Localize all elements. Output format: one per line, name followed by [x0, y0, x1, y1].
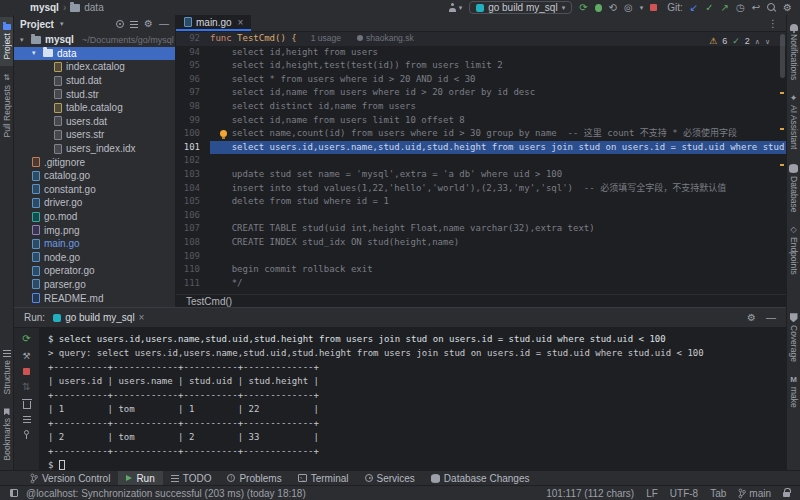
- stop-button[interactable]: [650, 4, 657, 11]
- author-hint[interactable]: shaokang.sk: [357, 33, 414, 43]
- inspections-widget[interactable]: ⚠6 ✓2 ∧ ∨: [709, 35, 770, 49]
- run-with-coverage-button[interactable]: ◎: [624, 3, 633, 13]
- tree-item-node-go[interactable]: node.go: [14, 251, 175, 265]
- close-run-tab-icon[interactable]: ×: [139, 312, 145, 323]
- toolwindow-todo-button[interactable]: TODO: [163, 471, 220, 485]
- tree-item-stud-str[interactable]: stud.str: [14, 87, 175, 101]
- stop-process-icon[interactable]: [23, 368, 30, 375]
- toolwindow-project-button[interactable]: Project: [0, 17, 13, 66]
- sort-icon[interactable]: ⇅: [22, 382, 30, 392]
- locate-file-icon[interactable]: [116, 20, 124, 28]
- tree-item-main-go[interactable]: main.go: [14, 237, 175, 251]
- pin-tab-icon[interactable]: [24, 430, 29, 435]
- gitignore-file-icon: [32, 157, 40, 167]
- go-file-icon: [32, 198, 40, 208]
- toolwindow-make-button[interactable]: Mmake: [787, 369, 800, 468]
- hide-panel-icon[interactable]: —: [159, 19, 169, 29]
- history-button[interactable]: ◷: [736, 3, 745, 13]
- toolwindow-database-changes-button[interactable]: Database Changes: [423, 471, 538, 485]
- warning-stripe-mark[interactable]: [780, 92, 784, 94]
- tree-item-index-catalog[interactable]: index.catalog: [14, 60, 175, 74]
- search-everywhere-button[interactable]: [767, 3, 776, 12]
- toolwindow-services-button[interactable]: Services: [357, 471, 423, 485]
- toolwindow-pull-requests-button[interactable]: ⇅Pull Requests: [0, 66, 13, 144]
- git-branch-widget[interactable]: main: [738, 488, 771, 499]
- tree-item-catalog-go[interactable]: catalog.go: [14, 169, 175, 183]
- editor-tab-main-go[interactable]: main.go ×: [176, 15, 251, 31]
- tree-item-users-dat[interactable]: users.dat: [14, 115, 175, 129]
- tree-item-stud-dat[interactable]: stud.dat: [14, 74, 175, 88]
- encoding-indicator[interactable]: UTF-8: [670, 488, 698, 499]
- editor-scrollbar-thumb[interactable]: [780, 34, 785, 78]
- close-tab-icon[interactable]: ×: [238, 17, 244, 28]
- tree-item-root-mysql[interactable]: ▾mysql~/Documents/go/mysql: [14, 33, 175, 47]
- window-project-name[interactable]: mysql: [30, 2, 59, 13]
- push-button[interactable]: ↗: [721, 3, 729, 13]
- next-problem-icon[interactable]: ∨: [765, 35, 770, 49]
- tree-item-operator-go[interactable]: operator.go: [14, 264, 175, 278]
- console-line: +----------+------------+----------+----…: [48, 388, 786, 402]
- project-panel-title[interactable]: Project: [20, 19, 54, 30]
- toolwindow-run-button[interactable]: Run: [118, 471, 162, 485]
- warning-stripe-mark[interactable]: [780, 128, 784, 130]
- rerun-button[interactable]: ⟳: [579, 3, 587, 13]
- user-profile-button[interactable]: ▾: [448, 3, 463, 12]
- breadcrumb-folder[interactable]: data: [84, 2, 103, 13]
- indent-indicator[interactable]: Tab: [710, 488, 726, 499]
- rollback-button[interactable]: ↩: [752, 3, 760, 13]
- toolwindow-structure-button[interactable]: Structure: [0, 343, 13, 402]
- hide-run-panel-icon[interactable]: —: [766, 313, 776, 323]
- tree-item-parser-go[interactable]: parser.go: [14, 278, 175, 292]
- more-run-options-chevron[interactable]: ▾: [640, 4, 644, 12]
- prev-problem-icon[interactable]: ∧: [755, 35, 760, 49]
- panel-options-icon[interactable]: ⚙: [144, 19, 153, 29]
- run-console[interactable]: $ select users.id,users.name,stud.uid,st…: [40, 328, 786, 470]
- toolwindow-label: Coverage: [789, 325, 799, 362]
- tree-item-go-mod[interactable]: go.mod: [14, 210, 175, 224]
- toolwindow-coverage-button[interactable]: Coverage: [787, 306, 800, 369]
- clear-console-icon[interactable]: [23, 401, 31, 409]
- run-tab[interactable]: go build my_sql ×: [53, 312, 144, 323]
- commit-button[interactable]: ✓: [705, 3, 713, 13]
- toolwindow-notifications-button[interactable]: Notifications: [787, 17, 800, 87]
- tree-item-driver-go[interactable]: driver.go: [14, 196, 175, 210]
- breadcrumb-function[interactable]: TestCmd(): [186, 296, 232, 307]
- run-config-selector[interactable]: go build my_sql ▾: [469, 1, 572, 14]
- expand-all-icon[interactable]: [130, 21, 138, 28]
- tab-options-icon[interactable]: ⋮: [768, 18, 786, 29]
- toolwindow-endpoints-button[interactable]: ◇Endpoints: [787, 219, 800, 282]
- code-editor[interactable]: 92 func TestCmd() {1 usageshaokang.sk 94…: [176, 32, 786, 294]
- tree-item-constant-go[interactable]: constant.go: [14, 183, 175, 197]
- profiler-button[interactable]: ⟲: [609, 3, 617, 13]
- usage-hint[interactable]: 1 usage: [311, 33, 341, 43]
- toolwindow-terminal-button[interactable]: Terminal: [290, 471, 357, 485]
- go-file-icon: [32, 239, 40, 249]
- tree-item-data[interactable]: ▾data: [14, 47, 175, 61]
- project-view-chevron[interactable]: ▾: [60, 20, 64, 28]
- tree-item-gitignore[interactable]: .gitignore: [14, 155, 175, 169]
- ai-sparkle-icon: ✦: [790, 94, 798, 102]
- rerun-icon[interactable]: ⟳: [22, 334, 30, 344]
- settings-button[interactable]: ⚙: [783, 3, 792, 13]
- lock-icon[interactable]: [783, 492, 790, 497]
- database-icon: [789, 164, 798, 173]
- warning-stripe-mark[interactable]: [780, 164, 784, 166]
- debug-button[interactable]: [595, 4, 602, 12]
- tree-item-table-catalog[interactable]: table.catalog: [14, 101, 175, 115]
- toolwindow-problems-button[interactable]: Problems: [219, 471, 289, 485]
- edit-configuration-icon[interactable]: ⚒: [22, 351, 30, 361]
- toolwindow-database-button[interactable]: Database: [787, 157, 800, 219]
- tree-item-users-str[interactable]: users.str: [14, 128, 175, 142]
- toolwindow-bookmarks-button[interactable]: Bookmarks: [0, 401, 13, 468]
- toolwindow-toggle-icon[interactable]: [10, 489, 18, 497]
- tree-item-img-png[interactable]: img.png: [14, 223, 175, 237]
- run-panel-options-icon[interactable]: ⚙: [747, 313, 756, 323]
- caret-position[interactable]: 101:117 (112 chars): [546, 488, 634, 499]
- line-ending-indicator[interactable]: LF: [646, 488, 658, 499]
- tree-item-users-index-idx[interactable]: users_index.idx: [14, 142, 175, 156]
- toolwindow-version-control-button[interactable]: Version Control: [22, 471, 118, 485]
- tree-item-readme-md[interactable]: README.md: [14, 291, 175, 305]
- update-project-button[interactable]: ↙: [690, 3, 698, 13]
- toolwindow-ai-assistant-button[interactable]: ✦AI Assistant: [787, 87, 800, 156]
- soft-wrap-icon[interactable]: [23, 416, 31, 423]
